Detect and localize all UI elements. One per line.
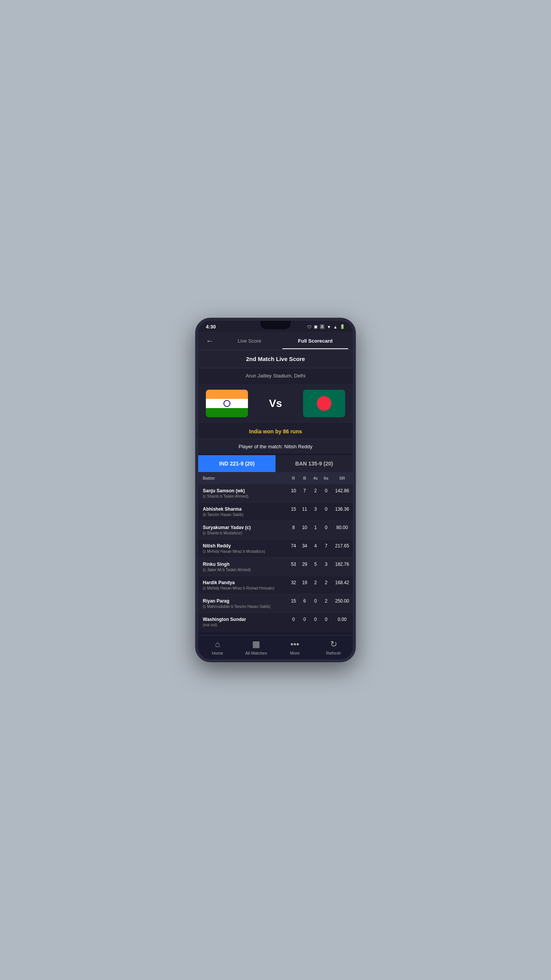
bottom-nav: ⌂ Home ▦ All Matches ••• More ↻ Refresh: [198, 635, 353, 659]
header-6s: 6s: [321, 472, 331, 484]
batter-name-2: Suryakumar Yadav (c): [203, 525, 286, 530]
sim-icon: ▣: [314, 324, 318, 329]
table-row: Abhishek Sharma (b Tanzim Hasan Sakib) 1…: [198, 503, 353, 521]
venue-bar: Arun Jaitley Stadium, Delhi: [198, 368, 353, 383]
batter-4s-6: 0: [310, 595, 321, 613]
refresh-icon: ↻: [330, 639, 337, 649]
batter-name-5: Hardik Pandya: [203, 580, 286, 585]
tab-full-scorecard[interactable]: Full Scorecard: [282, 333, 348, 349]
batter-4s-3: 4: [310, 539, 321, 558]
status-time: 4:30: [206, 324, 216, 330]
batter-cell-0: Sanju Samson (wk) (c Shanto b Taskin Ahm…: [198, 484, 288, 503]
batter-cell-2: Suryakumar Yadav (c) (c Shanto b Mustafi…: [198, 521, 288, 539]
batter-r-5: 32: [288, 576, 299, 595]
batter-r-6: 15: [288, 595, 299, 613]
batter-4s-5: 2: [310, 576, 321, 595]
header-batter: Batter: [198, 472, 288, 484]
batter-6s-4: 3: [321, 558, 331, 576]
batter-r-2: 8: [288, 521, 299, 539]
vs-text: Vs: [269, 397, 282, 410]
batter-b-2: 10: [299, 521, 310, 539]
batter-r-1: 15: [288, 503, 299, 521]
batter-6s-5: 2: [321, 576, 331, 595]
pom-text: Player of the match: Nitish Reddy: [239, 444, 313, 449]
nav-home[interactable]: ⌂ Home: [198, 635, 237, 659]
batter-sr-5: 168.42: [331, 576, 353, 595]
batter-b-0: 7: [299, 484, 310, 503]
batter-name-1: Abhishek Sharma: [203, 506, 286, 512]
status-icons: 🛡 ▣ A ▼ ▲ 🔋: [307, 324, 345, 329]
batter-4s-2: 1: [310, 521, 321, 539]
ban-score-tab[interactable]: BAN 135-9 (20): [276, 455, 353, 472]
batter-cell-3: Nitish Reddy (c Mehidy Hasan Miraz b Mus…: [198, 539, 288, 558]
score-tabs: IND 221-9 (20) BAN 135-9 (20): [198, 455, 353, 472]
batter-6s-0: 0: [321, 484, 331, 503]
home-icon: ⌂: [215, 639, 220, 649]
batter-6s-7: 0: [321, 613, 331, 631]
batter-sr-1: 136.36: [331, 503, 353, 521]
nav-all-matches[interactable]: ▦ All Matches: [237, 635, 276, 659]
batter-cell-7: Washington Sundar (not out): [198, 613, 288, 631]
ashoka-chakra: [223, 400, 230, 407]
header-b: B: [299, 472, 310, 484]
batter-dismissal-4: (c Jaker Ali b Taskin Ahmed): [203, 568, 286, 572]
wifi-icon: ▼: [327, 325, 331, 329]
match-title: 2nd Match Live Score: [246, 356, 305, 362]
scorecard-table: Batter R B 4s 6s SR Sanju Samson (wk) (c…: [198, 472, 353, 631]
batter-cell-5: Hardik Pandya (c Mehidy Hasan Miraz b Ri…: [198, 576, 288, 595]
india-flag-mid: [206, 399, 248, 408]
batter-b-5: 19: [299, 576, 310, 595]
back-button[interactable]: ←: [203, 332, 217, 350]
main-content: 2nd Match Live Score Arun Jaitley Stadiu…: [198, 350, 353, 635]
batter-sr-3: 217.65: [331, 539, 353, 558]
india-flag-top: [206, 390, 248, 399]
batter-sr-2: 80.00: [331, 521, 353, 539]
shield-icon: 🛡: [307, 325, 311, 329]
batter-cell-1: Abhishek Sharma (b Tanzim Hasan Sakib): [198, 503, 288, 521]
nav-more[interactable]: ••• More: [276, 635, 314, 659]
bangladesh-flag: [303, 390, 345, 417]
batter-name-0: Sanju Samson (wk): [203, 488, 286, 493]
batter-name-3: Nitish Reddy: [203, 543, 286, 549]
batter-r-4: 53: [288, 558, 299, 576]
batter-sr-6: 250.00: [331, 595, 353, 613]
batter-r-3: 74: [288, 539, 299, 558]
batter-sr-7: 0.00: [331, 613, 353, 631]
notch: [260, 321, 291, 329]
table-row: Rinku Singh (c Jaker Ali b Taskin Ahmed)…: [198, 558, 353, 576]
table-row: Nitish Reddy (c Mehidy Hasan Miraz b Mus…: [198, 539, 353, 558]
batter-dismissal-2: (c Shanto b Mustafizur): [203, 531, 286, 535]
home-label: Home: [212, 651, 223, 655]
batter-6s-1: 0: [321, 503, 331, 521]
table-row: Washington Sundar (not out) 0 0 0 0 0.00: [198, 613, 353, 631]
batter-cell-4: Rinku Singh (c Jaker Ali b Taskin Ahmed): [198, 558, 288, 576]
nav-tabs: ← Live Score Full Scorecard: [198, 332, 353, 350]
table-row: Sanju Samson (wk) (c Shanto b Taskin Ahm…: [198, 484, 353, 503]
header-4s: 4s: [310, 472, 321, 484]
batter-dismissal-7: (not out): [203, 623, 286, 627]
batter-b-7: 0: [299, 613, 310, 631]
header-sr: SR: [331, 472, 353, 484]
all-matches-label: All Matches: [245, 651, 267, 655]
nav-refresh[interactable]: ↻ Refresh: [314, 635, 353, 659]
batter-cell-6: Riyan Parag (c Mahmudullah b Tanzim Hasa…: [198, 595, 288, 613]
table-row: Riyan Parag (c Mahmudullah b Tanzim Hasa…: [198, 595, 353, 613]
table-row: Suryakumar Yadav (c) (c Shanto b Mustafi…: [198, 521, 353, 539]
batter-r-0: 10: [288, 484, 299, 503]
table-header: Batter R B 4s 6s SR: [198, 472, 353, 484]
batter-4s-7: 0: [310, 613, 321, 631]
batter-sr-4: 182.76: [331, 558, 353, 576]
header-r: R: [288, 472, 299, 484]
batter-name-6: Riyan Parag: [203, 598, 286, 604]
batter-4s-1: 3: [310, 503, 321, 521]
batter-sr-0: 142.86: [331, 484, 353, 503]
batter-b-3: 34: [299, 539, 310, 558]
batter-dismissal-5: (c Mehidy Hasan Miraz b Rishad Hossain): [203, 586, 286, 590]
signal-icon: ▲: [333, 325, 337, 329]
ind-score-tab[interactable]: IND 221-9 (20): [198, 455, 276, 472]
all-matches-icon: ▦: [252, 639, 260, 649]
batter-b-4: 29: [299, 558, 310, 576]
phone-shell: 4:30 🛡 ▣ A ▼ ▲ 🔋 ← Live Score Full Score…: [195, 318, 356, 662]
tab-live-score[interactable]: Live Score: [217, 333, 282, 349]
batter-dismissal-1: (b Tanzim Hasan Sakib): [203, 513, 286, 517]
